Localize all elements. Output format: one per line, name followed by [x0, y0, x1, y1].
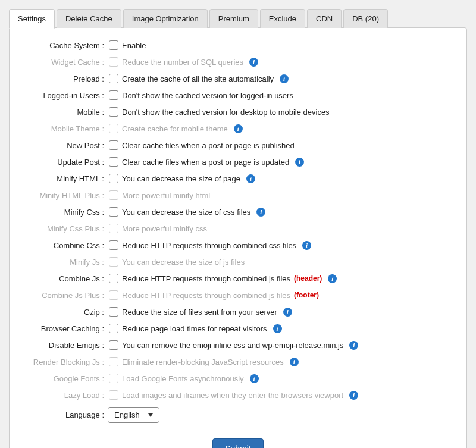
- suffix-note: (header): [294, 274, 322, 283]
- submit-button[interactable]: Submit: [212, 438, 264, 448]
- checkbox[interactable]: [109, 274, 118, 283]
- setting-description: Clear cache files when a post or page is…: [122, 141, 295, 150]
- info-icon[interactable]: i: [283, 308, 292, 317]
- setting-row: Combine Js :Reduce HTTP requests through…: [27, 270, 449, 287]
- setting-row: Minify Css Plus :More powerful minify cs…: [27, 220, 449, 237]
- checkbox: [109, 374, 118, 383]
- info-icon[interactable]: i: [295, 158, 304, 167]
- language-value: English: [114, 411, 140, 419]
- setting-description: Don't show the cached version for logged…: [122, 91, 293, 100]
- setting-label: Mobile Theme :: [27, 124, 108, 133]
- setting-description: Reduce the number of SQL queriesi: [122, 58, 258, 67]
- info-icon[interactable]: i: [328, 274, 337, 283]
- setting-row: Preload :Create the cache of all the sit…: [27, 70, 449, 87]
- suffix-note: (footer): [294, 291, 319, 299]
- checkbox: [109, 390, 118, 400]
- checkbox: [109, 290, 118, 300]
- tab-premium[interactable]: Premium: [209, 9, 258, 28]
- setting-description: Create the cache of all the site automat…: [122, 74, 289, 83]
- setting-row: Mobile :Don't show the cached version fo…: [27, 104, 449, 120]
- setting-row: Lazy Load :Load images and iframes when …: [27, 387, 449, 403]
- setting-description: Eliminate render-blocking JavaScript res…: [122, 358, 299, 366]
- info-icon[interactable]: i: [349, 391, 358, 400]
- setting-description: Enable: [122, 41, 146, 50]
- info-icon[interactable]: i: [302, 241, 311, 250]
- info-icon[interactable]: i: [290, 358, 299, 366]
- checkbox[interactable]: [109, 90, 118, 100]
- setting-label: Google Fonts :: [27, 374, 108, 383]
- setting-description: More powerful minify html: [122, 191, 210, 200]
- setting-row: Combine Css :Reduce HTTP requests throug…: [27, 237, 449, 253]
- checkbox[interactable]: [109, 207, 118, 217]
- info-icon[interactable]: i: [246, 174, 255, 183]
- setting-label: Preload :: [27, 74, 108, 83]
- checkbox[interactable]: [109, 40, 118, 50]
- checkbox: [109, 224, 118, 233]
- setting-description: Load images and iframes when they enter …: [122, 391, 358, 400]
- setting-row: Minify HTML :You can decrease the size o…: [27, 170, 449, 187]
- info-icon[interactable]: i: [273, 324, 282, 333]
- language-row: Language : English: [27, 403, 449, 427]
- setting-row: Minify Css :You can decrease the size of…: [27, 203, 449, 220]
- tab-db-20-[interactable]: DB (20): [343, 9, 388, 28]
- checkbox[interactable]: [109, 107, 118, 117]
- tab-cdn[interactable]: CDN: [307, 9, 342, 28]
- checkbox[interactable]: [109, 307, 118, 317]
- setting-row: Google Fonts :Load Google Fonts asynchro…: [27, 370, 449, 387]
- setting-label: New Post :: [27, 141, 108, 150]
- setting-description: You can decrease the size of css filesi: [122, 208, 265, 217]
- language-label: Language :: [27, 411, 108, 419]
- setting-description: Reduce the size of files sent from your …: [122, 308, 292, 317]
- setting-row: Mobile Theme :Create cache for mobile th…: [27, 120, 449, 137]
- checkbox[interactable]: [109, 340, 118, 350]
- checkbox: [109, 190, 118, 200]
- setting-label: Disable Emojis :: [27, 341, 108, 350]
- setting-label: Minify HTML :: [27, 174, 108, 183]
- setting-label: Combine Js :: [27, 274, 108, 283]
- info-icon[interactable]: i: [249, 58, 258, 67]
- checkbox: [109, 257, 118, 267]
- tabs: SettingsDelete CacheImage OptimizationPr…: [9, 9, 467, 28]
- setting-row: Update Post :Clear cache files when a po…: [27, 153, 449, 170]
- tab-image-optimization[interactable]: Image Optimization: [123, 9, 208, 28]
- language-select[interactable]: English: [108, 407, 159, 423]
- setting-description: Reduce HTTP requests through combined cs…: [122, 241, 311, 250]
- setting-description: Load Google Fonts asynchronouslyi: [122, 374, 259, 383]
- setting-row: Render Blocking Js :Eliminate render-blo…: [27, 353, 449, 370]
- settings-panel: Cache System :EnableWidget Cache :Reduce…: [9, 27, 467, 448]
- setting-label: Logged-in Users :: [27, 91, 108, 100]
- setting-label: Browser Caching :: [27, 324, 108, 333]
- info-icon[interactable]: i: [280, 74, 289, 83]
- setting-description: You can decrease the size of js files: [122, 258, 245, 267]
- info-icon[interactable]: i: [234, 124, 243, 133]
- checkbox[interactable]: [109, 174, 118, 183]
- setting-description: Create cache for mobile themei: [122, 124, 243, 133]
- setting-label: Combine Css :: [27, 241, 108, 250]
- tab-settings[interactable]: Settings: [9, 9, 55, 29]
- setting-description: Don't show the cached version for deskto…: [122, 108, 330, 117]
- setting-label: Update Post :: [27, 158, 108, 167]
- setting-row: Disable Emojis :You can remove the emoji…: [27, 337, 449, 353]
- checkbox: [109, 357, 118, 366]
- setting-row: Gzip :Reduce the size of files sent from…: [27, 303, 449, 320]
- setting-row: Widget Cache :Reduce the number of SQL q…: [27, 54, 449, 70]
- setting-row: New Post :Clear cache files when a post …: [27, 137, 449, 153]
- checkbox[interactable]: [109, 74, 118, 83]
- setting-label: Widget Cache :: [27, 58, 108, 67]
- setting-description: Reduce page load times for repeat visito…: [122, 324, 282, 333]
- checkbox[interactable]: [109, 157, 118, 167]
- setting-label: Render Blocking Js :: [27, 358, 108, 366]
- setting-description: Reduce HTTP requests through combined js…: [122, 291, 319, 300]
- checkbox[interactable]: [109, 324, 118, 333]
- setting-description: Clear cache files when a post or page is…: [122, 158, 304, 167]
- info-icon[interactable]: i: [250, 374, 259, 383]
- checkbox[interactable]: [109, 140, 118, 150]
- chevron-down-icon: [148, 413, 153, 417]
- setting-label: Minify Css :: [27, 208, 108, 217]
- checkbox: [109, 57, 118, 67]
- checkbox[interactable]: [109, 240, 118, 250]
- tab-delete-cache[interactable]: Delete Cache: [57, 9, 121, 28]
- tab-exclude[interactable]: Exclude: [260, 9, 305, 28]
- info-icon[interactable]: i: [349, 341, 358, 350]
- info-icon[interactable]: i: [256, 208, 265, 217]
